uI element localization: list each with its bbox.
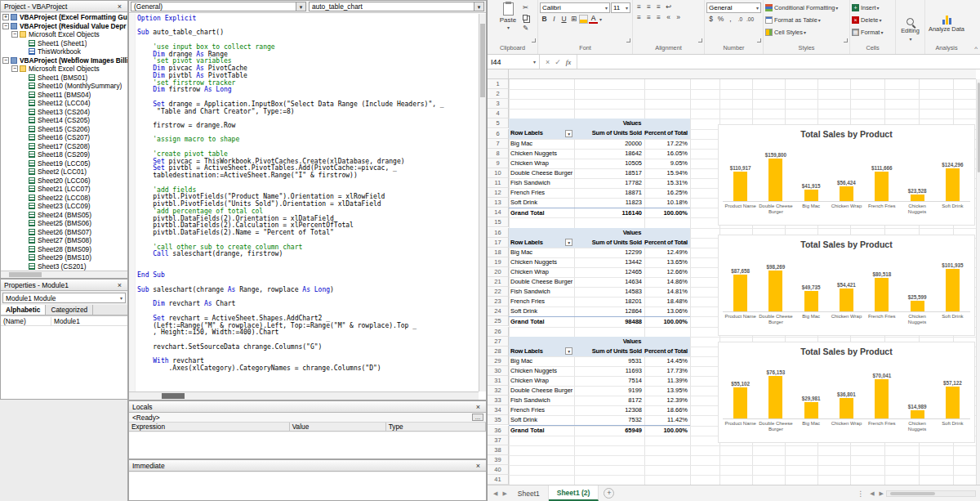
accounting-format-icon[interactable]: $ — [706, 15, 715, 24]
pivot-cell[interactable]: 13442 — [574, 257, 644, 267]
vertical-scrollbar[interactable] — [976, 79, 980, 485]
row-header-10[interactable]: 10 — [488, 168, 509, 178]
pivot-cell[interactable]: Grand Total — [509, 317, 574, 326]
dialog-launcher-icon[interactable] — [626, 38, 630, 42]
project-tree-item[interactable]: Sheet1 (Sheet1) — [1, 39, 127, 48]
row-header-30[interactable]: 30 — [488, 366, 509, 376]
bold-button[interactable]: B — [540, 15, 549, 24]
pivot-cell[interactable]: 12308 — [574, 405, 644, 415]
pivot-cell[interactable]: Chicken Wrap — [509, 159, 574, 168]
chart-bar[interactable] — [733, 172, 747, 201]
row-header-3[interactable]: 3 — [488, 99, 509, 109]
project-tree-item[interactable]: Sheet15 (CS206) — [1, 125, 127, 134]
pivot-cell[interactable]: 16.05% — [644, 149, 690, 159]
formula-input[interactable] — [577, 55, 980, 69]
pivot-cell[interactable]: 12.49% — [644, 248, 690, 257]
sheet-area[interactable]: ValuesRow Labels▼Sum of Units SoldPercen… — [488, 69, 980, 485]
cancel-icon[interactable]: × — [546, 58, 550, 66]
pivot-cell[interactable]: 13.65% — [644, 257, 690, 267]
pivot-cell[interactable]: 18517 — [574, 168, 644, 178]
locals-column-type[interactable]: Type — [386, 423, 486, 431]
cell-styles-button[interactable]: Cell Styles ▾ — [765, 27, 848, 38]
fill-color-icon[interactable] — [579, 15, 588, 24]
sheet-tab-sheet1-2-[interactable]: Sheet1 (2) — [549, 485, 599, 501]
pivot-cell[interactable]: 100.00% — [644, 208, 690, 217]
pivot-cell[interactable]: 18871 — [574, 188, 644, 198]
row-header-24[interactable]: 24 — [488, 306, 509, 316]
project-tree-item[interactable]: Sheet25 (BMS06) — [1, 219, 127, 228]
chart-bar[interactable] — [875, 379, 889, 418]
name-box[interactable]: I44 ▾ — [488, 55, 540, 69]
copy-icon[interactable] — [523, 15, 528, 20]
tab-alphabetic[interactable]: Alphabetic — [1, 305, 46, 315]
pivot-cell[interactable]: Chicken Wrap — [509, 267, 574, 277]
row-header-41[interactable]: 41 — [488, 475, 509, 485]
tree-toggle-icon[interactable]: + — [2, 14, 9, 20]
tree-toggle-icon[interactable]: − — [11, 31, 18, 38]
number-format-select[interactable]: General ▾ — [706, 2, 761, 13]
project-tree-item[interactable]: Sheet17 (CS208) — [1, 142, 127, 151]
code-margin[interactable] — [129, 14, 136, 391]
italic-button[interactable]: I — [550, 15, 559, 24]
scrollbar-thumb[interactable] — [480, 24, 485, 97]
chart-bar[interactable] — [946, 387, 960, 418]
chart-bar[interactable] — [733, 275, 747, 311]
enter-icon[interactable]: ✓ — [555, 58, 561, 66]
locals-column-value[interactable]: Value — [290, 423, 386, 431]
pivot-cell[interactable]: 100.00% — [644, 426, 690, 435]
pivot-cell[interactable]: 13.95% — [644, 386, 690, 396]
pivot-cell[interactable]: 17.73% — [644, 366, 690, 376]
row-header-13[interactable]: 13 — [488, 198, 509, 208]
project-tree-item[interactable]: Sheet23 (LCC09) — [1, 202, 127, 211]
pivot-cell[interactable]: 12.66% — [644, 267, 690, 277]
chart-bar[interactable] — [768, 159, 782, 201]
conditional-formatting-button[interactable]: Conditional Formatting ▾ — [765, 2, 848, 13]
align-left-icon[interactable]: ≡ — [635, 13, 644, 22]
row-labels-filter-icon[interactable]: ▼ — [565, 130, 572, 137]
project-tree-item[interactable]: Sheet13 (CS204) — [1, 108, 127, 117]
chart-bar[interactable] — [875, 172, 889, 201]
pivot-cell[interactable]: 7532 — [574, 415, 644, 425]
row-header-33[interactable]: 33 — [488, 396, 509, 405]
pivot-cell[interactable]: Chicken Nuggets — [509, 257, 574, 267]
dialog-launcher-icon[interactable] — [844, 38, 848, 42]
pivot-cell[interactable]: 9.05% — [644, 159, 690, 168]
pivot-cell[interactable]: 14.45% — [644, 356, 690, 366]
row-header-17[interactable]: 17 — [488, 238, 509, 248]
row-header-25[interactable]: 25 — [488, 316, 509, 326]
project-tree-item[interactable]: Sheet16 (CS207) — [1, 133, 127, 142]
analyze-data-button[interactable]: Analyze Data — [929, 13, 964, 34]
format-cells-button[interactable]: ▦ Format ▾ — [852, 27, 893, 38]
project-tree-item[interactable]: Sheet12 (LCC04) — [1, 99, 127, 108]
pivot-cell[interactable]: Big Mac — [509, 248, 574, 257]
row-labels-filter-icon[interactable]: ▼ — [565, 347, 572, 355]
pivot-cell[interactable]: French Fries — [509, 297, 574, 306]
horizontal-scrollbar[interactable] — [886, 490, 976, 497]
pivot-cell[interactable]: 11.42% — [644, 415, 690, 425]
pivot-cell[interactable]: Big Mac — [509, 356, 574, 366]
row-header-23[interactable]: 23 — [488, 297, 509, 306]
row-header-18[interactable]: 18 — [488, 248, 509, 257]
pivot-cell[interactable]: Double Cheese Burger — [509, 386, 574, 396]
pivot-cell[interactable]: 18.66% — [644, 405, 690, 415]
project-tree-item[interactable]: Sheet21 (LCC07) — [1, 185, 127, 194]
project-explorer-header[interactable]: Project - VBAProject × — [1, 1, 127, 12]
row-header-19[interactable]: 19 — [488, 257, 509, 267]
increase-decimal-icon[interactable]: .0 — [736, 15, 745, 24]
pivot-cell[interactable]: 10505 — [574, 159, 644, 168]
row-header-12[interactable]: 12 — [488, 188, 509, 198]
project-tree-item[interactable]: +VBAProject (Excel Formatting Gui — [1, 13, 127, 22]
comma-style-icon[interactable]: , — [726, 15, 735, 24]
project-tree-item[interactable]: Sheet10 (MonthlySummary) — [1, 82, 127, 91]
pivot-cell[interactable]: 12465 — [574, 267, 644, 277]
pivot-cell[interactable] — [509, 337, 574, 347]
row-header-37[interactable]: 37 — [488, 436, 509, 445]
pivot-cell[interactable]: Chicken Nuggets — [509, 366, 574, 376]
project-tree-item[interactable]: Sheet11 (BMS04) — [1, 91, 127, 100]
pivot-cell[interactable]: 13.06% — [644, 306, 690, 316]
pivot-cell[interactable]: 17.22% — [644, 139, 690, 149]
decrease-decimal-icon[interactable]: .00 — [746, 15, 755, 24]
object-dropdown[interactable]: (General) ▾ — [131, 2, 306, 11]
pivot-cell[interactable]: 12299 — [574, 248, 644, 257]
pivot-cell[interactable] — [509, 228, 574, 238]
